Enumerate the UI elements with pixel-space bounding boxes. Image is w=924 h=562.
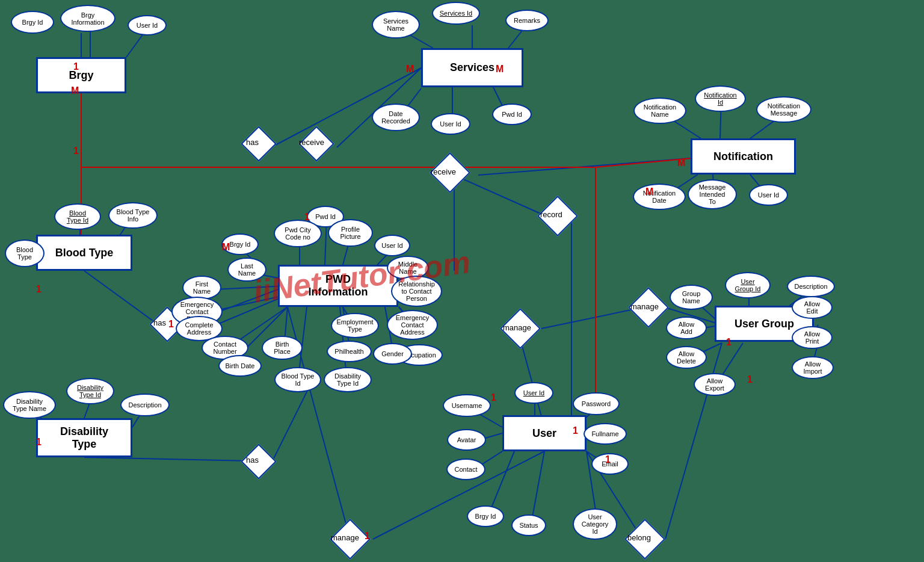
diamond-receive-top: receive bbox=[299, 138, 324, 147]
attr-message-intended-to: MessageIntendedTo bbox=[688, 179, 737, 209]
attr-services-user-id: User Id bbox=[431, 113, 470, 135]
svg-line-23 bbox=[84, 457, 250, 461]
diamond-manage-middle: manage bbox=[503, 323, 531, 332]
attr-philhealth: Philhealth bbox=[327, 341, 372, 362]
attr-allow-add: AllowAdd bbox=[666, 317, 707, 339]
attr-user-group-description: Description bbox=[787, 276, 835, 297]
attr-status: Status bbox=[511, 514, 546, 536]
attr-relationship-contact: Relationshipto ContactPerson bbox=[391, 276, 442, 307]
entity-notification: Notification bbox=[691, 138, 796, 174]
diamond-has-disability: has bbox=[246, 455, 259, 465]
attr-disability-type-id: DisabilityType Id bbox=[66, 378, 114, 404]
attr-services-name: ServicesName bbox=[372, 11, 420, 39]
attr-fullname: Fullname bbox=[584, 423, 627, 445]
card-has-1: 1 bbox=[168, 319, 174, 330]
card-user-belong-1: 1 bbox=[605, 454, 611, 465]
card-notif-m: M bbox=[677, 158, 685, 168]
attr-password: Password bbox=[573, 392, 620, 415]
diamond-manage-right: manage bbox=[630, 302, 659, 311]
card-manage-1: 1 bbox=[365, 531, 370, 542]
card-pwd-m: M bbox=[222, 242, 230, 253]
diamond-receive-center: receive bbox=[431, 167, 456, 176]
attr-profile-picture: ProfilePicture bbox=[328, 219, 373, 247]
attr-brgy-user-id: User Id bbox=[128, 15, 167, 36]
attr-remarks: Remarks bbox=[505, 10, 549, 31]
attr-emergency-contact-address: EmergencyContactAddress bbox=[387, 310, 438, 340]
attr-notification-date: NotificationDate bbox=[633, 184, 686, 210]
attr-username: Username bbox=[443, 394, 491, 417]
attr-blood-type-id-pwd: Blood TypeId bbox=[274, 367, 321, 392]
card-usergroup-1b: 1 bbox=[747, 374, 753, 385]
card-disability-1: 1 bbox=[36, 437, 42, 448]
card-usergroup-1: 1 bbox=[726, 337, 732, 348]
diamond-has-blood: has bbox=[153, 318, 166, 327]
attr-allow-import: AllowImport bbox=[792, 356, 834, 379]
attr-user-brgy-id: Brgy Id bbox=[467, 505, 504, 527]
attr-notification-name: NotificationName bbox=[633, 97, 686, 124]
attr-group-name: GroupName bbox=[670, 285, 713, 310]
card-services-m1: M bbox=[406, 64, 414, 75]
entity-pwd-information: PWDInformation bbox=[278, 265, 398, 307]
diamond-belong: belong bbox=[627, 533, 651, 542]
attr-avatar: Avatar bbox=[447, 429, 486, 451]
attr-disability-type-name: DisabilityType Name bbox=[3, 391, 56, 419]
card-blood-1: 1 bbox=[36, 284, 42, 295]
diamond-manage-bottom: manage bbox=[331, 533, 359, 542]
attr-contact: Contact bbox=[446, 459, 485, 480]
entity-brgy: Brgy bbox=[36, 57, 126, 93]
card-user-1b: 1 bbox=[573, 425, 578, 436]
card-user-1: 1 bbox=[491, 392, 496, 403]
attr-pwd-city-code: Pwd CityCode no bbox=[274, 220, 322, 247]
attr-disability-type-id-pwd: DisabilityType Id bbox=[324, 367, 372, 392]
attr-pwd-id-services: Pwd Id bbox=[492, 103, 532, 125]
attr-allow-print: AllowPrint bbox=[792, 326, 833, 349]
attr-blood-type-info: Blood TypeInfo bbox=[108, 202, 158, 229]
attr-gender: Gender bbox=[373, 343, 412, 365]
attr-user-id: User Id bbox=[514, 382, 553, 404]
card-pwd-1: 1 bbox=[304, 212, 310, 223]
attr-notification-id: NotificationId bbox=[695, 85, 746, 112]
attr-user-category-id: UserCategoryId bbox=[573, 508, 617, 540]
diamond-has-services: has bbox=[246, 138, 259, 147]
entity-blood-type: Blood Type bbox=[36, 235, 132, 271]
card-brgy-1: 1 bbox=[73, 61, 79, 72]
attr-birth-date: Birth Date bbox=[218, 355, 262, 377]
svg-line-18 bbox=[84, 271, 159, 326]
card-services-m2: M bbox=[496, 64, 504, 75]
card-brgy-m: M bbox=[71, 85, 79, 96]
attr-first-name: FirstName bbox=[182, 276, 221, 300]
attr-services-id: Services Id bbox=[432, 2, 480, 25]
attr-date-recorded: DateRecorded bbox=[372, 103, 420, 131]
svg-line-76 bbox=[454, 175, 549, 217]
attr-allow-edit: AllowEdit bbox=[792, 296, 833, 319]
attr-allow-delete: AllowDelete bbox=[666, 346, 707, 369]
attr-brgy-id: Brgy Id bbox=[11, 11, 54, 34]
diamond-record: record bbox=[540, 210, 562, 219]
attr-allow-export: AllowExport bbox=[694, 373, 736, 396]
attr-user-group-id: UserGroup Id bbox=[725, 272, 771, 298]
entity-disability-type: DisabilityType bbox=[36, 418, 132, 457]
attr-birth-place: BirthPlace bbox=[262, 336, 303, 360]
attr-pwd-user-id: User Id bbox=[374, 235, 410, 256]
attr-notification-message: NotificationMessage bbox=[756, 96, 812, 123]
entity-services: Services bbox=[421, 48, 523, 87]
svg-line-80 bbox=[665, 343, 722, 539]
attr-disability-description: Description bbox=[120, 394, 170, 416]
card-brgy-1b: 1 bbox=[73, 146, 79, 156]
attr-blood-type-id: BloodType Id bbox=[54, 203, 101, 230]
attr-blood-type-name: BloodType bbox=[5, 239, 45, 267]
attr-brgy-information: BrgyInformation bbox=[60, 5, 116, 32]
attr-last-name: LastName bbox=[227, 258, 266, 282]
er-diagram: Brgy Blood Type DisabilityType Services … bbox=[0, 0, 924, 562]
attr-employment-type: EmploymentType bbox=[331, 313, 379, 338]
card-notif-m2: M bbox=[645, 187, 653, 197]
svg-line-63 bbox=[541, 307, 642, 329]
attr-notification-user-id: User Id bbox=[749, 184, 788, 206]
